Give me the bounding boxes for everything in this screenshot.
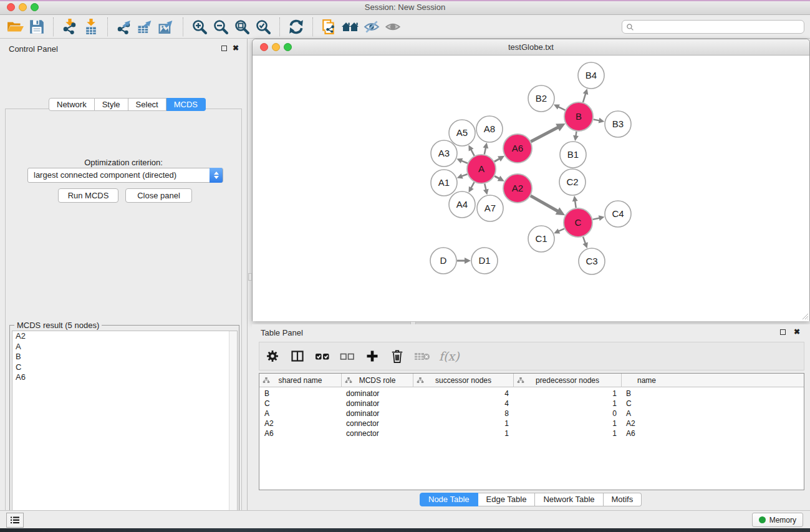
cell-MCDS-role[interactable]: connector	[341, 418, 413, 428]
column-layout-icon[interactable]	[289, 348, 306, 364]
import-table-icon[interactable]	[80, 17, 102, 36]
search-box[interactable]	[622, 20, 804, 34]
deselect-all-icon[interactable]	[339, 348, 355, 364]
cell-shared-name[interactable]: C	[259, 399, 341, 409]
cell-MCDS-role[interactable]: dominator	[341, 389, 413, 399]
zoom-in-icon[interactable]	[189, 17, 210, 36]
add-row-icon[interactable]	[364, 348, 380, 364]
edge-B-B1[interactable]	[576, 132, 576, 137]
splitter-handle[interactable]	[248, 273, 252, 281]
tab-style[interactable]: Style	[95, 98, 128, 111]
hide-selected-icon[interactable]	[361, 17, 382, 36]
edge-A-A7[interactable]	[485, 183, 486, 190]
select-all-icon[interactable]	[314, 348, 330, 364]
edge-A-A3[interactable]	[461, 161, 468, 163]
float-panel-icon[interactable]	[221, 46, 227, 51]
column-header-successor-nodes[interactable]: successor nodes	[413, 374, 513, 387]
clone-network-icon[interactable]	[319, 17, 340, 36]
edge-C-C1[interactable]	[558, 229, 564, 231]
table-row[interactable]: A6connector11A6	[259, 428, 804, 438]
tab-select[interactable]: Select	[128, 98, 166, 111]
open-session-icon[interactable]	[5, 17, 26, 36]
edge-A-A2[interactable]	[494, 176, 499, 178]
table-row[interactable]: Adominator80A	[259, 409, 804, 418]
cell-predecessor-nodes[interactable]: 1	[513, 399, 621, 409]
zoom-selected-icon[interactable]	[253, 17, 274, 36]
save-session-icon[interactable]	[26, 17, 47, 36]
column-header-MCDS-role[interactable]: MCDS role	[341, 374, 413, 387]
tab-motifs[interactable]: Motifs	[604, 493, 642, 506]
memory-button[interactable]: Memory	[752, 513, 803, 527]
cell-name[interactable]: A6	[621, 428, 672, 438]
tab-node-table[interactable]: Node Table	[420, 493, 478, 506]
cell-name[interactable]: A2	[621, 418, 672, 428]
cell-name[interactable]: B	[621, 389, 672, 399]
cell-successor-nodes[interactable]: 1	[413, 428, 513, 438]
edge-B-B4[interactable]	[583, 94, 586, 102]
export-image-icon[interactable]	[156, 17, 177, 36]
cell-predecessor-nodes[interactable]: 1	[513, 418, 621, 428]
edge-B-B2[interactable]	[558, 107, 565, 110]
cell-shared-name[interactable]: A6	[259, 428, 341, 438]
edge-A2-C[interactable]	[531, 196, 558, 211]
edge-A-A1[interactable]	[461, 174, 467, 176]
tab-mcds[interactable]: MCDS	[166, 98, 206, 111]
cell-predecessor-nodes[interactable]: 1	[513, 389, 621, 399]
show-all-icon[interactable]	[382, 17, 403, 36]
cell-successor-nodes[interactable]: 4	[413, 389, 513, 399]
float-table-panel-icon[interactable]	[780, 329, 786, 335]
edge-A-A5[interactable]	[471, 149, 475, 155]
cell-predecessor-nodes[interactable]: 1	[513, 428, 621, 438]
cell-predecessor-nodes[interactable]: 0	[513, 409, 621, 418]
cell-name[interactable]: C	[621, 399, 672, 409]
close-panel-icon[interactable]: ✖	[233, 44, 239, 52]
column-header-shared-name[interactable]: shared name	[259, 374, 341, 387]
resize-grip-icon[interactable]	[801, 312, 809, 320]
cell-MCDS-role[interactable]: connector	[341, 428, 413, 438]
cell-name[interactable]: A	[621, 409, 672, 418]
table-settings-icon[interactable]	[264, 348, 281, 364]
edge-C-C4[interactable]	[592, 218, 599, 219]
edge-A6-B[interactable]	[531, 127, 558, 142]
close-table-panel-icon[interactable]: ✖	[794, 327, 800, 336]
cell-MCDS-role[interactable]: dominator	[341, 409, 413, 418]
tab-edge-table[interactable]: Edge Table	[478, 493, 536, 506]
search-input[interactable]	[637, 22, 800, 32]
run-mcds-button[interactable]: Run MCDS	[58, 188, 118, 203]
column-header-predecessor-nodes[interactable]: predecessor nodes	[513, 374, 621, 387]
mcds-result-item[interactable]: A6	[12, 372, 237, 383]
network-view[interactable]: B4B2BB3A5A8A6A3B1AC2A1A2A4A7C4CC1DD1C3	[253, 56, 809, 321]
zoom-fit-icon[interactable]	[231, 17, 253, 36]
cell-shared-name[interactable]: A	[259, 409, 341, 418]
edge-A-A8[interactable]	[485, 147, 486, 154]
table-row[interactable]: Cdominator41C	[259, 399, 804, 409]
tab-network-table[interactable]: Network Table	[535, 493, 603, 506]
close-panel-button[interactable]: Close panel	[125, 188, 192, 203]
cell-shared-name[interactable]: B	[259, 389, 341, 399]
mcds-result-list[interactable]: A2ABCA6	[12, 331, 238, 532]
export-network-icon[interactable]	[113, 17, 135, 36]
tab-network[interactable]: Network	[49, 98, 95, 111]
column-header-name[interactable]: name	[621, 374, 672, 387]
function-builder-icon[interactable]: f(x)	[439, 349, 460, 363]
zoom-out-icon[interactable]	[210, 17, 231, 36]
edge-C-C3[interactable]	[583, 237, 586, 244]
edge-C-C2[interactable]	[575, 201, 576, 208]
refresh-icon[interactable]	[286, 17, 307, 36]
export-table-icon[interactable]	[135, 17, 156, 36]
cell-successor-nodes[interactable]: 4	[413, 399, 513, 409]
network-window-titlebar[interactable]: testGlobe.txt	[253, 39, 809, 56]
mcds-result-item[interactable]: A2	[12, 331, 237, 342]
edge-A-A4[interactable]	[471, 182, 474, 188]
cell-MCDS-role[interactable]: dominator	[341, 399, 413, 409]
node-table[interactable]: shared nameMCDS rolesuccessor nodesprede…	[259, 373, 804, 490]
delete-table-icon[interactable]	[414, 348, 430, 364]
table-row[interactable]: A2connector11A2	[259, 418, 804, 428]
edge-A-A6[interactable]	[494, 158, 499, 162]
delete-row-icon[interactable]	[389, 348, 405, 364]
cell-shared-name[interactable]: A2	[259, 418, 341, 428]
cell-successor-nodes[interactable]: 1	[413, 418, 513, 428]
task-list-button[interactable]	[6, 513, 24, 528]
result-scrollbar[interactable]	[229, 331, 237, 532]
home-icon[interactable]	[340, 17, 361, 36]
